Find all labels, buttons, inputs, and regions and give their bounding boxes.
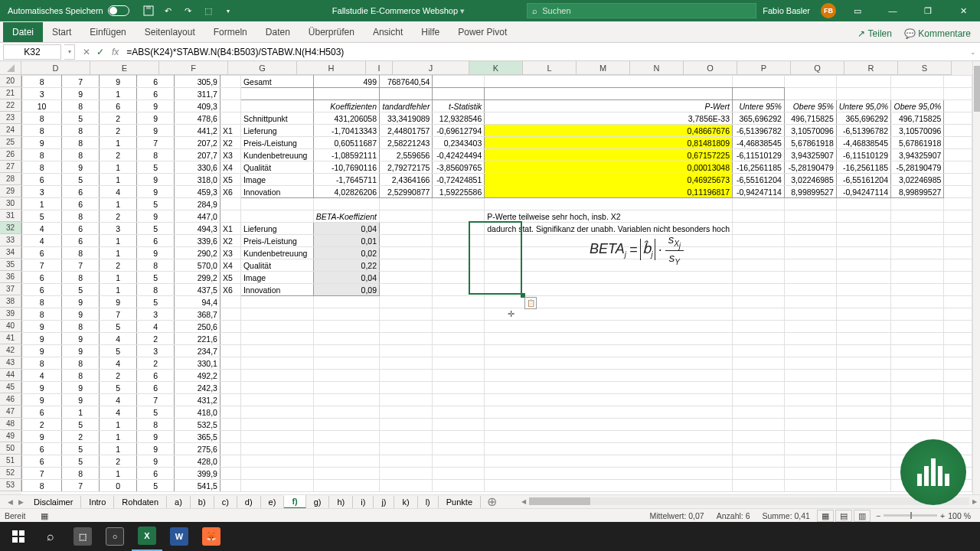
- cell[interactable]: -6,55161204: [733, 174, 785, 186]
- cell[interactable]: [485, 333, 733, 345]
- cell[interactable]: 7: [62, 480, 100, 492]
- row-22[interactable]: 22: [0, 99, 21, 112]
- cell[interactable]: 207,7: [175, 149, 220, 161]
- cell[interactable]: [836, 357, 890, 370]
- cell[interactable]: 1: [100, 419, 137, 431]
- cell[interactable]: X6: [220, 186, 240, 198]
- cell[interactable]: 1: [100, 137, 137, 149]
- cell[interactable]: X4: [220, 161, 240, 174]
- cell[interactable]: [313, 382, 379, 394]
- row-43[interactable]: 43: [0, 357, 21, 369]
- cell[interactable]: 318,0: [175, 174, 220, 186]
- confirm-icon[interactable]: ✓: [96, 47, 104, 57]
- cell[interactable]: 284,9: [175, 198, 220, 210]
- row-29[interactable]: 29: [0, 185, 21, 197]
- cell[interactable]: [890, 333, 943, 345]
- cell[interactable]: 8: [22, 112, 62, 125]
- sheet-tab-Disclaimer[interactable]: Disclaimer: [26, 496, 81, 508]
- cell[interactable]: [836, 468, 890, 480]
- cell[interactable]: [485, 308, 733, 321]
- cell[interactable]: [890, 370, 943, 382]
- cell[interactable]: [313, 333, 379, 345]
- sheet-tab-j)[interactable]: j): [374, 496, 394, 508]
- sheet-tab-e)[interactable]: e): [261, 496, 285, 508]
- cell[interactable]: [240, 419, 313, 431]
- cell[interactable]: [944, 296, 972, 308]
- cell[interactable]: [485, 357, 733, 370]
- cell[interactable]: [313, 455, 379, 468]
- cell[interactable]: 3,94325907: [890, 149, 943, 161]
- cell[interactable]: 8: [62, 357, 100, 370]
- cell[interactable]: 9: [22, 333, 62, 345]
- col-F[interactable]: F: [159, 61, 228, 75]
- cell[interactable]: 494,3: [175, 223, 220, 235]
- cell[interactable]: 12,9328546: [433, 112, 485, 125]
- cell[interactable]: [485, 419, 733, 431]
- cell[interactable]: P-Wert: [485, 100, 733, 112]
- cell[interactable]: 9: [137, 100, 175, 112]
- cell[interactable]: [890, 382, 943, 394]
- cell[interactable]: [313, 357, 379, 370]
- cell[interactable]: -16,2561185: [836, 161, 890, 174]
- row-51[interactable]: 51: [0, 455, 21, 467]
- cell[interactable]: [240, 455, 313, 468]
- cell[interactable]: 6: [22, 443, 62, 455]
- cell[interactable]: [485, 455, 733, 468]
- row-45[interactable]: 45: [0, 381, 21, 393]
- row-38[interactable]: 38: [0, 295, 21, 308]
- cell[interactable]: 428,0: [175, 455, 220, 468]
- cell[interactable]: [220, 382, 240, 394]
- cell[interactable]: 6: [137, 235, 175, 247]
- cell[interactable]: [836, 76, 890, 88]
- cell[interactable]: [380, 468, 433, 480]
- cell[interactable]: 2: [100, 455, 137, 468]
- cell[interactable]: 3: [137, 308, 175, 321]
- cell[interactable]: 8,99899527: [890, 186, 943, 198]
- cell[interactable]: [784, 259, 836, 272]
- cell[interactable]: Innovation: [240, 284, 313, 296]
- cell[interactable]: [733, 431, 785, 443]
- tab-seitenlayout[interactable]: Seitenlayout: [136, 22, 204, 42]
- cell[interactable]: [313, 308, 379, 321]
- tab-power pivot[interactable]: Power Pivot: [449, 22, 516, 42]
- cell[interactable]: 8: [22, 357, 62, 370]
- cell[interactable]: [944, 333, 972, 345]
- cell[interactable]: [784, 333, 836, 345]
- cell[interactable]: 8: [22, 125, 62, 137]
- hscroll-left-icon[interactable]: ◀: [518, 495, 529, 507]
- paste-options-icon[interactable]: 📋: [524, 297, 537, 309]
- cell[interactable]: Lieferung: [240, 223, 313, 235]
- cell[interactable]: [733, 223, 785, 235]
- tab-nav-prev[interactable]: ◀: [5, 498, 15, 506]
- cell[interactable]: [944, 259, 972, 272]
- search-taskbar-icon[interactable]: ⌕: [35, 522, 66, 551]
- cell[interactable]: Schnittpunkt: [240, 112, 313, 125]
- cell[interactable]: [890, 308, 943, 321]
- cell[interactable]: 9: [137, 443, 175, 455]
- cell[interactable]: [380, 419, 433, 431]
- cell[interactable]: 9: [62, 382, 100, 394]
- cell[interactable]: [313, 198, 379, 210]
- cell[interactable]: [380, 394, 433, 406]
- cell[interactable]: [220, 394, 240, 406]
- cell[interactable]: [485, 431, 733, 443]
- cell[interactable]: [944, 76, 972, 88]
- cell[interactable]: [733, 480, 785, 492]
- cell[interactable]: [433, 321, 485, 333]
- row-40[interactable]: 40: [0, 320, 21, 332]
- cell[interactable]: 9: [22, 431, 62, 443]
- col-L[interactable]: L: [523, 61, 577, 75]
- row-42[interactable]: 42: [0, 344, 21, 357]
- cell[interactable]: [485, 88, 733, 100]
- row-32[interactable]: 32: [0, 222, 21, 234]
- cell[interactable]: [433, 468, 485, 480]
- undo-icon[interactable]: ↶: [163, 5, 174, 16]
- cell[interactable]: 3,10570096: [890, 125, 943, 137]
- cell[interactable]: [944, 419, 972, 431]
- cell[interactable]: 365,696292: [836, 112, 890, 125]
- cell[interactable]: -6,55161204: [836, 174, 890, 186]
- cell[interactable]: [733, 76, 785, 88]
- cell[interactable]: Koeffizienten: [313, 100, 379, 112]
- cell[interactable]: [240, 443, 313, 455]
- cell[interactable]: [220, 443, 240, 455]
